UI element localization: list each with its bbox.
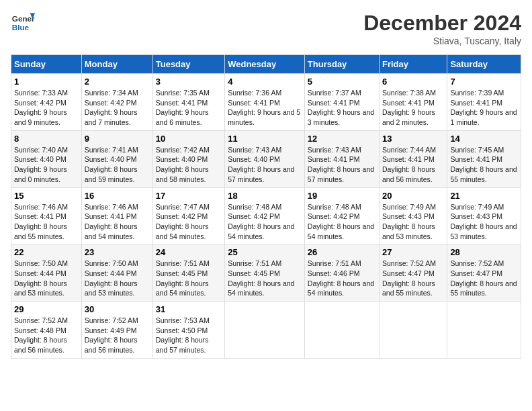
- day-number: 13: [382, 134, 444, 144]
- week-row-3: 15Sunrise: 7:46 AMSunset: 4:41 PMDayligh…: [11, 187, 521, 244]
- day-cell: 29Sunrise: 7:52 AMSunset: 4:48 PMDayligh…: [11, 302, 82, 359]
- day-info: Sunrise: 7:39 AMSunset: 4:41 PMDaylight:…: [450, 88, 518, 128]
- month-title: December 2024: [363, 11, 521, 36]
- day-cell: 19Sunrise: 7:48 AMSunset: 4:42 PMDayligh…: [304, 187, 379, 244]
- week-row-2: 8Sunrise: 7:40 AMSunset: 4:40 PMDaylight…: [11, 130, 521, 187]
- day-info: Sunrise: 7:38 AMSunset: 4:41 PMDaylight:…: [382, 88, 444, 128]
- day-number: 8: [14, 134, 79, 144]
- day-info: Sunrise: 7:46 AMSunset: 4:41 PMDaylight:…: [14, 202, 79, 242]
- day-cell: 14Sunrise: 7:45 AMSunset: 4:41 PMDayligh…: [447, 130, 521, 187]
- day-cell: 31Sunrise: 7:53 AMSunset: 4:50 PMDayligh…: [152, 302, 224, 359]
- day-cell: 17Sunrise: 7:47 AMSunset: 4:42 PMDayligh…: [152, 187, 224, 244]
- day-number: 22: [14, 247, 79, 257]
- day-number: 25: [228, 247, 302, 257]
- day-number: 18: [228, 191, 302, 201]
- header-row: SundayMondayTuesdayWednesdayThursdayFrid…: [11, 55, 521, 74]
- day-info: Sunrise: 7:36 AMSunset: 4:41 PMDaylight:…: [228, 88, 302, 128]
- title-area: December 2024 Stiava, Tuscany, Italy: [363, 11, 521, 46]
- day-cell: [447, 302, 521, 359]
- day-info: Sunrise: 7:45 AMSunset: 4:41 PMDaylight:…: [450, 145, 518, 185]
- day-cell: 1Sunrise: 7:33 AMSunset: 4:42 PMDaylight…: [11, 74, 82, 131]
- header-cell-wednesday: Wednesday: [225, 55, 305, 74]
- day-cell: 21Sunrise: 7:49 AMSunset: 4:43 PMDayligh…: [447, 187, 521, 244]
- day-cell: 3Sunrise: 7:35 AMSunset: 4:41 PMDaylight…: [152, 74, 224, 131]
- day-number: 23: [85, 247, 150, 257]
- day-info: Sunrise: 7:48 AMSunset: 4:42 PMDaylight:…: [228, 202, 302, 242]
- day-info: Sunrise: 7:49 AMSunset: 4:43 PMDaylight:…: [450, 202, 518, 242]
- day-cell: 18Sunrise: 7:48 AMSunset: 4:42 PMDayligh…: [225, 187, 305, 244]
- day-cell: 6Sunrise: 7:38 AMSunset: 4:41 PMDaylight…: [380, 74, 447, 131]
- header-cell-saturday: Saturday: [447, 55, 521, 74]
- day-info: Sunrise: 7:52 AMSunset: 4:47 PMDaylight:…: [382, 259, 444, 298]
- day-info: Sunrise: 7:35 AMSunset: 4:41 PMDaylight:…: [156, 88, 222, 128]
- logo-icon: General Blue: [11, 11, 35, 35]
- day-info: Sunrise: 7:42 AMSunset: 4:40 PMDaylight:…: [156, 145, 222, 185]
- week-row-1: 1Sunrise: 7:33 AMSunset: 4:42 PMDaylight…: [11, 74, 521, 131]
- day-cell: 2Sunrise: 7:34 AMSunset: 4:42 PMDaylight…: [81, 74, 152, 131]
- day-info: Sunrise: 7:34 AMSunset: 4:42 PMDaylight:…: [85, 88, 150, 128]
- svg-text:Blue: Blue: [12, 23, 30, 32]
- day-info: Sunrise: 7:44 AMSunset: 4:41 PMDaylight:…: [382, 145, 444, 185]
- day-cell: 11Sunrise: 7:43 AMSunset: 4:40 PMDayligh…: [225, 130, 305, 187]
- day-info: Sunrise: 7:52 AMSunset: 4:47 PMDaylight:…: [450, 259, 518, 298]
- day-info: Sunrise: 7:33 AMSunset: 4:42 PMDaylight:…: [14, 88, 79, 128]
- day-cell: 28Sunrise: 7:52 AMSunset: 4:47 PMDayligh…: [447, 244, 521, 302]
- header-cell-friday: Friday: [380, 55, 447, 74]
- day-info: Sunrise: 7:52 AMSunset: 4:49 PMDaylight:…: [85, 316, 150, 355]
- day-number: 6: [382, 77, 444, 87]
- day-number: 9: [85, 134, 150, 144]
- logo: General Blue: [11, 11, 35, 35]
- day-info: Sunrise: 7:50 AMSunset: 4:44 PMDaylight:…: [85, 259, 150, 298]
- day-info: Sunrise: 7:40 AMSunset: 4:40 PMDaylight:…: [14, 145, 79, 185]
- day-number: 5: [308, 77, 376, 87]
- day-number: 10: [156, 134, 222, 144]
- header-cell-sunday: Sunday: [11, 55, 82, 74]
- day-info: Sunrise: 7:51 AMSunset: 4:46 PMDaylight:…: [308, 259, 376, 298]
- day-info: Sunrise: 7:49 AMSunset: 4:43 PMDaylight:…: [382, 202, 444, 242]
- day-cell: [304, 302, 379, 359]
- day-cell: 25Sunrise: 7:51 AMSunset: 4:45 PMDayligh…: [225, 244, 305, 302]
- day-cell: 22Sunrise: 7:50 AMSunset: 4:44 PMDayligh…: [11, 244, 82, 302]
- day-cell: 30Sunrise: 7:52 AMSunset: 4:49 PMDayligh…: [81, 302, 152, 359]
- header-cell-thursday: Thursday: [304, 55, 379, 74]
- day-number: 12: [308, 134, 376, 144]
- day-number: 15: [14, 191, 79, 201]
- day-cell: 13Sunrise: 7:44 AMSunset: 4:41 PMDayligh…: [380, 130, 447, 187]
- day-cell: 26Sunrise: 7:51 AMSunset: 4:46 PMDayligh…: [304, 244, 379, 302]
- day-number: 24: [156, 247, 222, 257]
- header: General Blue December 2024 Stiava, Tusca…: [11, 11, 521, 46]
- day-number: 16: [85, 191, 150, 201]
- day-info: Sunrise: 7:46 AMSunset: 4:41 PMDaylight:…: [85, 202, 150, 242]
- day-number: 31: [156, 304, 222, 314]
- day-number: 2: [85, 77, 150, 87]
- day-number: 7: [450, 77, 518, 87]
- day-number: 26: [308, 247, 376, 257]
- day-cell: 12Sunrise: 7:43 AMSunset: 4:41 PMDayligh…: [304, 130, 379, 187]
- week-row-4: 22Sunrise: 7:50 AMSunset: 4:44 PMDayligh…: [11, 244, 521, 302]
- day-number: 20: [382, 191, 444, 201]
- day-number: 11: [228, 134, 302, 144]
- day-cell: 9Sunrise: 7:41 AMSunset: 4:40 PMDaylight…: [81, 130, 152, 187]
- day-info: Sunrise: 7:47 AMSunset: 4:42 PMDaylight:…: [156, 202, 222, 242]
- day-cell: 8Sunrise: 7:40 AMSunset: 4:40 PMDaylight…: [11, 130, 82, 187]
- day-number: 19: [308, 191, 376, 201]
- week-row-5: 29Sunrise: 7:52 AMSunset: 4:48 PMDayligh…: [11, 302, 521, 359]
- day-number: 1: [14, 77, 79, 87]
- day-cell: 20Sunrise: 7:49 AMSunset: 4:43 PMDayligh…: [380, 187, 447, 244]
- day-info: Sunrise: 7:50 AMSunset: 4:44 PMDaylight:…: [14, 259, 79, 298]
- day-number: 28: [450, 247, 518, 257]
- subtitle: Stiava, Tuscany, Italy: [363, 36, 521, 46]
- day-cell: 4Sunrise: 7:36 AMSunset: 4:41 PMDaylight…: [225, 74, 305, 131]
- day-info: Sunrise: 7:51 AMSunset: 4:45 PMDaylight:…: [156, 259, 222, 298]
- day-cell: 27Sunrise: 7:52 AMSunset: 4:47 PMDayligh…: [380, 244, 447, 302]
- day-cell: 7Sunrise: 7:39 AMSunset: 4:41 PMDaylight…: [447, 74, 521, 131]
- day-number: 17: [156, 191, 222, 201]
- header-cell-monday: Monday: [81, 55, 152, 74]
- day-number: 27: [382, 247, 444, 257]
- day-cell: 10Sunrise: 7:42 AMSunset: 4:40 PMDayligh…: [152, 130, 224, 187]
- day-number: 4: [228, 77, 302, 87]
- day-number: 14: [450, 134, 518, 144]
- day-cell: [380, 302, 447, 359]
- day-cell: 16Sunrise: 7:46 AMSunset: 4:41 PMDayligh…: [81, 187, 152, 244]
- day-cell: 24Sunrise: 7:51 AMSunset: 4:45 PMDayligh…: [152, 244, 224, 302]
